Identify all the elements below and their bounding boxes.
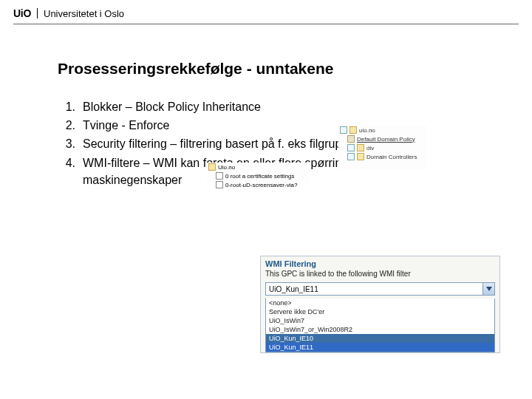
wmi-option[interactable]: UiO_IsWin7 [266,316,494,325]
chevron-down-icon[interactable] [482,283,494,295]
policy-icon [347,135,355,143]
minus-icon [340,126,347,134]
folder-icon [357,153,364,160]
domain-icon [208,163,216,171]
domain-icon [349,126,357,134]
wmi-filter-combo[interactable]: UiO_Kun_IE11 [265,282,495,296]
wmi-section-header: WMI Filtering [261,256,499,270]
link-icon [216,172,223,180]
brand-header: UiO Universitetet i Oslo [0,0,532,24]
wmi-option-selected[interactable]: UiO_Kun_IE11 [266,343,494,352]
logo-text: UiO [13,7,31,19]
plus-icon [347,153,355,160]
wmi-description: This GPC is linked to the following WMI … [261,270,499,281]
wmi-option[interactable]: UiO_Kun_IE10 [266,334,494,343]
link-icon [216,181,223,188]
wmi-option[interactable]: <none> [266,299,494,307]
wmi-dropdown-list[interactable]: <none> Servere ikke DC'er UiO_IsWin7 UiO… [265,299,495,352]
divider [37,8,38,18]
wmi-option[interactable]: Servere ikke DC'er [266,307,494,316]
gpo-links-inset: Uio.no 0 root a certificate settings 0-r… [207,163,310,183]
wmi-selected-value: UiO_Kun_IE11 [266,285,482,293]
folder-icon [357,144,364,151]
plus-icon [347,144,355,151]
list-item: 1.Blokker – Block Policy Inheritance [58,98,489,115]
slide-title: Prosesseringsrekkefølge - unntakene [58,60,489,78]
gpo-tree-inset: uio.no Default Domain Policy div Domain … [338,126,427,170]
wmi-filter-panel: WMI Filtering This GPC is linked to the … [260,256,500,353]
wmi-option[interactable]: UiO_IsWin7_or_Win2008R2 [266,325,494,334]
university-name: Universitetet i Oslo [44,8,124,19]
